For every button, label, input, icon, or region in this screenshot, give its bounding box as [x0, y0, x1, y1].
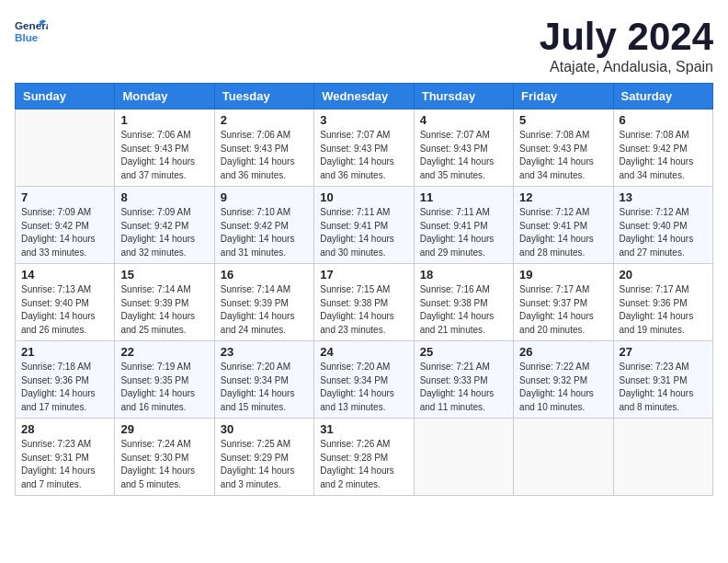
day-number: 19 — [519, 268, 607, 282]
day-info: Sunrise: 7:14 AMSunset: 9:39 PMDaylight:… — [120, 283, 208, 337]
day-number: 25 — [420, 345, 507, 359]
day-number: 18 — [420, 268, 507, 282]
day-number: 30 — [221, 422, 308, 436]
day-info: Sunrise: 7:10 AMSunset: 9:42 PMDaylight:… — [221, 206, 308, 259]
calendar-cell: 14Sunrise: 7:13 AMSunset: 9:40 PMDayligh… — [16, 264, 115, 341]
calendar-cell: 23Sunrise: 7:20 AMSunset: 9:34 PMDayligh… — [214, 341, 313, 419]
calendar-cell: 5Sunrise: 7:08 AMSunset: 9:43 PMDaylight… — [514, 109, 613, 187]
day-number: 9 — [221, 190, 308, 204]
calendar-cell: 24Sunrise: 7:20 AMSunset: 9:34 PMDayligh… — [314, 341, 414, 419]
day-info: Sunrise: 7:09 AMSunset: 9:42 PMDaylight:… — [120, 206, 208, 259]
calendar-cell: 18Sunrise: 7:16 AMSunset: 9:38 PMDayligh… — [414, 264, 513, 341]
calendar-cell: 3Sunrise: 7:07 AMSunset: 9:43 PMDaylight… — [314, 109, 414, 187]
day-number: 10 — [320, 190, 407, 204]
column-header-thursday: Thursday — [414, 84, 513, 109]
day-info: Sunrise: 7:24 AMSunset: 9:30 PMDaylight:… — [120, 438, 208, 491]
day-number: 6 — [620, 113, 707, 127]
page-header: General Blue July 2024 Atajate, Andalusi… — [15, 15, 713, 75]
day-info: Sunrise: 7:06 AMSunset: 9:43 PMDaylight:… — [221, 129, 308, 182]
calendar-cell: 28Sunrise: 7:23 AMSunset: 9:31 PMDayligh… — [16, 419, 115, 496]
calendar-cell: 22Sunrise: 7:19 AMSunset: 9:35 PMDayligh… — [115, 341, 214, 419]
day-number: 4 — [420, 113, 507, 127]
title-block: July 2024 Atajate, Andalusia, Spain — [540, 15, 713, 75]
day-info: Sunrise: 7:06 AMSunset: 9:43 PMDaylight:… — [120, 129, 208, 182]
day-info: Sunrise: 7:20 AMSunset: 9:34 PMDaylight:… — [320, 361, 407, 414]
day-info: Sunrise: 7:22 AMSunset: 9:32 PMDaylight:… — [519, 361, 607, 414]
day-number: 15 — [120, 268, 208, 282]
calendar-cell: 12Sunrise: 7:12 AMSunset: 9:41 PMDayligh… — [514, 187, 613, 264]
day-info: Sunrise: 7:15 AMSunset: 9:38 PMDaylight:… — [320, 283, 407, 337]
day-info: Sunrise: 7:16 AMSunset: 9:38 PMDaylight:… — [420, 283, 507, 337]
day-info: Sunrise: 7:13 AMSunset: 9:40 PMDaylight:… — [21, 283, 108, 337]
day-number: 13 — [620, 190, 707, 204]
calendar-week-4: 21Sunrise: 7:18 AMSunset: 9:36 PMDayligh… — [16, 341, 713, 419]
day-number: 24 — [320, 345, 407, 359]
day-info: Sunrise: 7:09 AMSunset: 9:42 PMDaylight:… — [21, 206, 108, 259]
calendar-cell: 4Sunrise: 7:07 AMSunset: 9:43 PMDaylight… — [414, 109, 513, 187]
column-header-tuesday: Tuesday — [214, 84, 313, 109]
day-info: Sunrise: 7:17 AMSunset: 9:36 PMDaylight:… — [620, 283, 707, 337]
day-number: 29 — [120, 422, 208, 436]
day-info: Sunrise: 7:17 AMSunset: 9:37 PMDaylight:… — [519, 283, 607, 337]
day-number: 5 — [519, 113, 607, 127]
day-info: Sunrise: 7:07 AMSunset: 9:43 PMDaylight:… — [420, 129, 507, 182]
day-info: Sunrise: 7:12 AMSunset: 9:41 PMDaylight:… — [519, 206, 607, 259]
calendar-cell: 9Sunrise: 7:10 AMSunset: 9:42 PMDaylight… — [214, 187, 313, 264]
day-number: 26 — [519, 345, 607, 359]
month-title: July 2024 — [540, 15, 713, 59]
day-number: 31 — [320, 422, 407, 436]
calendar-cell — [16, 109, 115, 187]
calendar-cell: 21Sunrise: 7:18 AMSunset: 9:36 PMDayligh… — [16, 341, 115, 419]
day-number: 2 — [221, 113, 308, 127]
day-number: 12 — [519, 190, 607, 204]
calendar-cell: 31Sunrise: 7:26 AMSunset: 9:28 PMDayligh… — [314, 419, 414, 496]
calendar-cell: 29Sunrise: 7:24 AMSunset: 9:30 PMDayligh… — [115, 419, 214, 496]
calendar-week-5: 28Sunrise: 7:23 AMSunset: 9:31 PMDayligh… — [16, 419, 713, 496]
calendar-cell: 8Sunrise: 7:09 AMSunset: 9:42 PMDaylight… — [115, 187, 214, 264]
day-info: Sunrise: 7:25 AMSunset: 9:29 PMDaylight:… — [221, 438, 308, 491]
calendar-table: SundayMondayTuesdayWednesdayThursdayFrid… — [15, 83, 713, 496]
day-info: Sunrise: 7:14 AMSunset: 9:39 PMDaylight:… — [221, 283, 308, 337]
calendar-cell: 16Sunrise: 7:14 AMSunset: 9:39 PMDayligh… — [214, 264, 313, 341]
column-header-monday: Monday — [115, 84, 214, 109]
calendar-cell: 6Sunrise: 7:08 AMSunset: 9:42 PMDaylight… — [613, 109, 712, 187]
day-info: Sunrise: 7:23 AMSunset: 9:31 PMDaylight:… — [21, 438, 108, 491]
calendar-cell: 11Sunrise: 7:11 AMSunset: 9:41 PMDayligh… — [414, 187, 513, 264]
day-info: Sunrise: 7:26 AMSunset: 9:28 PMDaylight:… — [320, 438, 407, 491]
column-header-wednesday: Wednesday — [314, 84, 414, 109]
calendar-cell: 10Sunrise: 7:11 AMSunset: 9:41 PMDayligh… — [314, 187, 414, 264]
day-number: 1 — [120, 113, 208, 127]
calendar-cell: 19Sunrise: 7:17 AMSunset: 9:37 PMDayligh… — [514, 264, 613, 341]
day-info: Sunrise: 7:18 AMSunset: 9:36 PMDaylight:… — [21, 361, 108, 414]
calendar-cell — [613, 419, 712, 496]
location: Atajate, Andalusia, Spain — [540, 59, 713, 75]
column-header-sunday: Sunday — [16, 84, 115, 109]
day-info: Sunrise: 7:23 AMSunset: 9:31 PMDaylight:… — [620, 361, 707, 414]
calendar-cell: 13Sunrise: 7:12 AMSunset: 9:40 PMDayligh… — [613, 187, 712, 264]
logo-icon: General Blue — [15, 15, 48, 48]
calendar-cell: 26Sunrise: 7:22 AMSunset: 9:32 PMDayligh… — [514, 341, 613, 419]
day-number: 8 — [120, 190, 208, 204]
day-number: 7 — [21, 190, 108, 204]
calendar-cell: 17Sunrise: 7:15 AMSunset: 9:38 PMDayligh… — [314, 264, 414, 341]
calendar-cell: 25Sunrise: 7:21 AMSunset: 9:33 PMDayligh… — [414, 341, 513, 419]
calendar-week-2: 7Sunrise: 7:09 AMSunset: 9:42 PMDaylight… — [16, 187, 713, 264]
calendar-cell: 20Sunrise: 7:17 AMSunset: 9:36 PMDayligh… — [613, 264, 712, 341]
day-number: 11 — [420, 190, 507, 204]
day-info: Sunrise: 7:21 AMSunset: 9:33 PMDaylight:… — [420, 361, 507, 414]
day-info: Sunrise: 7:07 AMSunset: 9:43 PMDaylight:… — [320, 129, 407, 182]
day-number: 21 — [21, 345, 108, 359]
day-info: Sunrise: 7:08 AMSunset: 9:42 PMDaylight:… — [620, 129, 707, 182]
day-info: Sunrise: 7:11 AMSunset: 9:41 PMDaylight:… — [320, 206, 407, 259]
calendar-week-1: 1Sunrise: 7:06 AMSunset: 9:43 PMDaylight… — [16, 109, 713, 187]
day-number: 23 — [221, 345, 308, 359]
day-number: 3 — [320, 113, 407, 127]
calendar-cell: 7Sunrise: 7:09 AMSunset: 9:42 PMDaylight… — [16, 187, 115, 264]
calendar-header-row: SundayMondayTuesdayWednesdayThursdayFrid… — [16, 84, 713, 109]
calendar-cell: 15Sunrise: 7:14 AMSunset: 9:39 PMDayligh… — [115, 264, 214, 341]
day-number: 17 — [320, 268, 407, 282]
day-info: Sunrise: 7:19 AMSunset: 9:35 PMDaylight:… — [120, 361, 208, 414]
calendar-cell: 30Sunrise: 7:25 AMSunset: 9:29 PMDayligh… — [214, 419, 313, 496]
day-info: Sunrise: 7:11 AMSunset: 9:41 PMDaylight:… — [420, 206, 507, 259]
day-info: Sunrise: 7:20 AMSunset: 9:34 PMDaylight:… — [221, 361, 308, 414]
